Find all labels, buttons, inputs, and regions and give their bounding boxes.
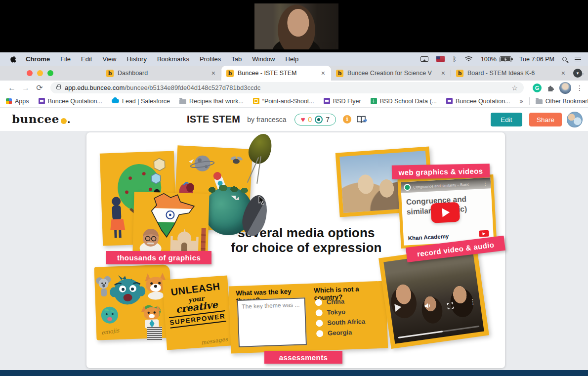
youtube-player[interactable]: Congruence and similarity – Basic ⋮ Cong…	[401, 177, 494, 245]
video-progress-bar[interactable]	[398, 326, 480, 338]
apple-menu-icon[interactable]	[10, 55, 17, 63]
screen: Chrome File Edit View History Bookmarks …	[0, 0, 588, 376]
extensions-puzzle-icon[interactable]	[546, 84, 554, 92]
close-tab-icon[interactable]: ×	[210, 69, 216, 77]
youtube-video-card[interactable]: Congruence and similarity – Basic ⋮ Cong…	[397, 174, 497, 249]
menu-tab[interactable]: Tab	[231, 55, 242, 63]
youtube-play-button[interactable]	[430, 202, 460, 223]
option-label: Georgia	[328, 329, 352, 337]
battery-percent: 100%	[481, 56, 497, 63]
recorded-video-player[interactable]: ⋮	[383, 250, 484, 344]
bookmark-bsd-school-data[interactable]: BSD School Data (...	[371, 98, 437, 105]
chrome-menu-icon[interactable]: ⋮	[576, 84, 583, 92]
menu-help[interactable]: Help	[286, 55, 299, 63]
user-avatar[interactable]	[567, 112, 583, 127]
heart-icon[interactable]: ♥	[301, 116, 305, 123]
address-bar[interactable]: app.edu.buncee.com /buncee/b5134e89fde04…	[50, 82, 524, 93]
ssl-lock-icon[interactable]	[56, 86, 61, 89]
close-tab-icon[interactable]: ×	[320, 69, 326, 77]
tab-board-stem-ideas[interactable]: b Board - STEM Ideas K-6 ×	[451, 66, 571, 81]
back-icon[interactable]: ←	[5, 84, 19, 92]
video-menu-icon[interactable]: ⋮	[483, 180, 488, 186]
menu-chrome[interactable]: Chrome	[26, 55, 50, 63]
bookmarks-overflow-icon[interactable]: »	[520, 97, 523, 105]
other-bookmarks-button[interactable]: Other Bookmarks	[536, 98, 588, 105]
earth-face-sticker	[101, 306, 118, 324]
menu-view[interactable]: View	[102, 55, 116, 63]
video-options-icon[interactable]: ⋮	[469, 297, 476, 306]
screen-mirroring-icon[interactable]	[420, 56, 428, 62]
radio-icon[interactable]	[316, 330, 323, 336]
folder-icon	[536, 99, 543, 104]
radio-icon[interactable]	[315, 299, 322, 306]
menu-clock[interactable]: Tue 7:06 PM	[519, 56, 554, 63]
close-tab-icon[interactable]: ×	[440, 69, 446, 77]
chrome-profile-avatar[interactable]	[559, 82, 571, 94]
bookmark-label: “Point-and-Shoot...	[262, 98, 314, 105]
bookmark-buncee-quotation[interactable]: Buncee Quotation...	[39, 98, 103, 105]
banner-label: web graphics & videos	[398, 167, 483, 176]
banner-assessments: assessments	[264, 351, 342, 364]
close-tab-icon[interactable]: ×	[560, 69, 566, 77]
qr-code	[147, 327, 162, 340]
minimize-window-button[interactable]	[37, 70, 43, 76]
bookmark-bsd-flyer[interactable]: BSD Flyer	[324, 98, 361, 105]
presenter-webcam-video[interactable]	[254, 3, 338, 49]
graphics-card-india[interactable]	[132, 192, 209, 254]
fullscreen-icon[interactable]	[447, 302, 454, 310]
bookmark-apps[interactable]: Apps	[6, 98, 29, 105]
tab-buncee-iste-stem[interactable]: b Buncee - ISTE STEM ×	[221, 66, 331, 81]
buncee-favicon: b	[226, 70, 234, 77]
bluetooth-icon[interactable]: ᛒ	[453, 55, 457, 63]
info-icon[interactable]: i	[343, 115, 351, 124]
wifi-icon[interactable]	[464, 56, 473, 62]
menu-profiles[interactable]: Profiles	[200, 55, 221, 63]
bookmark-recipes[interactable]: Recipes that work...	[179, 98, 244, 105]
recorded-video-card[interactable]: ⋮	[378, 245, 489, 349]
tab-buncee-creation[interactable]: b Buncee Creation for Science V ×	[331, 66, 451, 81]
forward-icon[interactable]: →	[19, 84, 33, 92]
spotlight-search-icon[interactable]	[562, 57, 567, 61]
bookmark-label: Buncee Quotation...	[48, 98, 103, 105]
bookmark-star-icon[interactable]: ☆	[511, 84, 518, 92]
zoom-window-button[interactable]	[47, 70, 53, 76]
radio-icon[interactable]	[316, 319, 323, 326]
bookmark-lead-salesforce[interactable]: Lead | Salesforce	[112, 98, 170, 105]
assessment-answer-input[interactable]: The key theme was ...	[237, 297, 307, 347]
menu-history[interactable]: History	[126, 55, 146, 63]
slide-canvas: several media options for choice of expr…	[86, 132, 505, 368]
bookmark-label: Other Bookmarks	[546, 98, 588, 105]
menu-file[interactable]: File	[60, 55, 71, 63]
tab-dashboard[interactable]: b Dashboard ×	[101, 66, 221, 81]
grammarly-extension-icon[interactable]: G	[533, 84, 542, 92]
buncee-logo[interactable]: buncee .	[12, 112, 71, 125]
option-tokyo[interactable]: Tokyo	[315, 307, 365, 316]
bookmark-buncee-quotation-2[interactable]: Buncee Quotation...	[446, 98, 510, 105]
youtube-title-bar: Congruence and similarity – Basic ⋮	[401, 177, 491, 193]
buncee-logo-period: .	[67, 114, 71, 125]
us-flag-input-icon[interactable]	[436, 56, 445, 62]
buncee-favicon: b	[336, 70, 343, 77]
radio-icon[interactable]	[315, 309, 322, 316]
close-window-button[interactable]	[27, 70, 33, 76]
reload-icon[interactable]: ⟳	[33, 83, 46, 92]
menu-bookmarks[interactable]: Bookmarks	[157, 55, 189, 63]
menu-window[interactable]: Window	[252, 55, 275, 63]
option-georgia[interactable]: Georgia	[316, 328, 366, 337]
control-center-icon[interactable]	[575, 57, 581, 61]
tab-search-button[interactable]: ▾	[573, 69, 582, 78]
bird-graphic	[231, 196, 240, 201]
bookmark-point-and-shoot[interactable]: “Point-and-Shoot...	[253, 98, 314, 105]
bookmark-label: Buncee Quotation...	[456, 98, 510, 105]
option-south-africa[interactable]: South Africa	[316, 318, 365, 327]
menu-edit[interactable]: Edit	[81, 55, 92, 63]
buncee-favicon: b	[456, 70, 463, 77]
volume-icon[interactable]	[424, 302, 432, 309]
edit-button[interactable]: Edit	[491, 113, 522, 126]
share-button[interactable]: Share	[529, 113, 562, 126]
immersive-reader-icon[interactable]	[356, 115, 367, 124]
messages-card[interactable]: UNLEASH your creative SUPERPOWER message…	[162, 276, 232, 350]
author-byline[interactable]: by francesca	[247, 116, 286, 124]
play-icon[interactable]	[394, 303, 402, 312]
option-china[interactable]: China	[315, 297, 365, 306]
